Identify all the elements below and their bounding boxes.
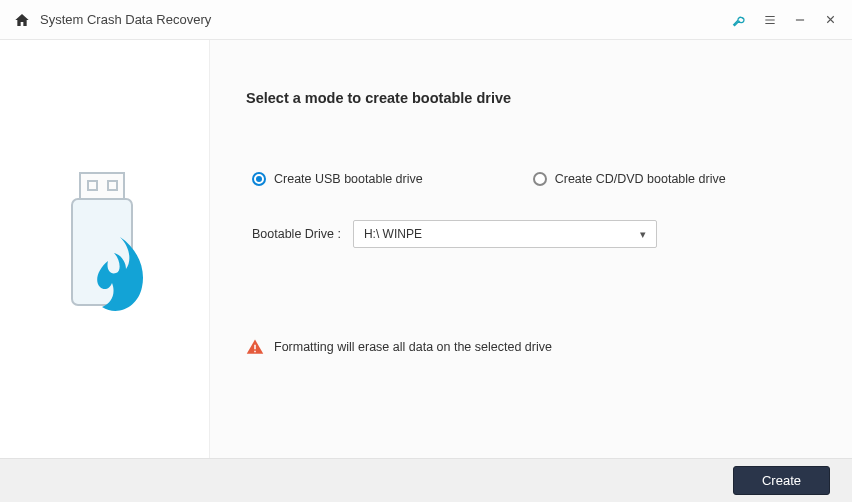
window-title: System Crash Data Recovery: [40, 12, 211, 27]
chevron-down-icon: ▾: [640, 228, 646, 241]
bootable-drive-label: Bootable Drive :: [252, 227, 341, 241]
home-icon[interactable]: [14, 12, 30, 28]
bootable-drive-select[interactable]: H:\ WINPE ▾: [353, 220, 657, 248]
page-heading: Select a mode to create bootable drive: [246, 90, 816, 106]
menu-icon[interactable]: [762, 12, 778, 28]
svg-rect-5: [254, 351, 256, 353]
create-button[interactable]: Create: [733, 466, 830, 495]
select-value: H:\ WINPE: [364, 227, 422, 241]
svg-rect-4: [254, 345, 256, 350]
radio-icon: [252, 172, 266, 186]
warning-text: Formatting will erase all data on the se…: [274, 340, 552, 354]
radio-icon: [533, 172, 547, 186]
main-panel: Select a mode to create bootable drive C…: [210, 40, 852, 458]
titlebar: System Crash Data Recovery: [0, 0, 852, 40]
radio-label: Create USB bootable drive: [274, 172, 423, 186]
minimize-button[interactable]: [792, 12, 808, 28]
radio-cd-dvd-bootable[interactable]: Create CD/DVD bootable drive: [533, 172, 726, 186]
warning-icon: [246, 338, 264, 356]
format-warning: Formatting will erase all data on the se…: [246, 338, 552, 356]
sidebar-illustration: [0, 40, 210, 458]
footer-bar: Create: [0, 458, 852, 502]
close-button[interactable]: [822, 12, 838, 28]
mode-radio-group: Create USB bootable drive Create CD/DVD …: [252, 172, 816, 186]
radio-label: Create CD/DVD bootable drive: [555, 172, 726, 186]
radio-usb-bootable[interactable]: Create USB bootable drive: [252, 172, 423, 186]
usb-drive-icon: [50, 169, 160, 329]
key-icon[interactable]: [732, 12, 748, 28]
